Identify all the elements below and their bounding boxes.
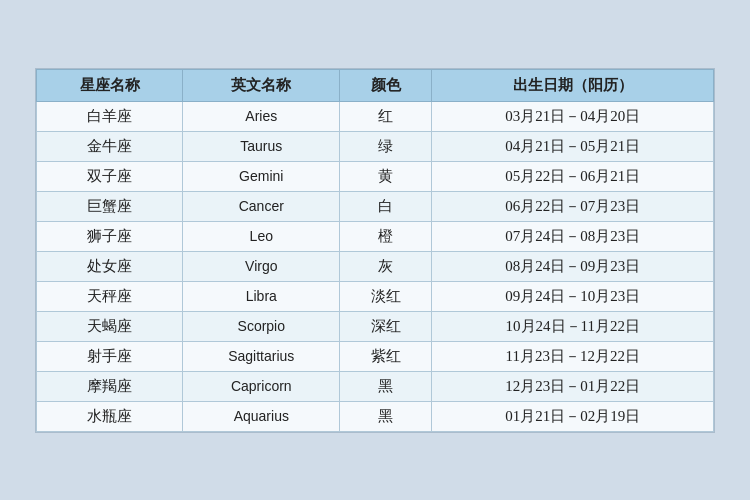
cell-english-name: Leo [183,221,340,251]
cell-dates: 11月23日－12月22日 [432,341,714,371]
table-header-row: 星座名称 英文名称 颜色 出生日期（阳历） [37,69,714,101]
cell-color: 淡红 [340,281,432,311]
cell-color: 黑 [340,401,432,431]
cell-color: 黑 [340,371,432,401]
cell-chinese-name: 狮子座 [37,221,183,251]
table-row: 射手座Sagittarius紫红11月23日－12月22日 [37,341,714,371]
cell-dates: 10月24日－11月22日 [432,311,714,341]
cell-english-name: Virgo [183,251,340,281]
cell-english-name: Capricorn [183,371,340,401]
cell-dates: 01月21日－02月19日 [432,401,714,431]
header-color: 颜色 [340,69,432,101]
table-row: 狮子座Leo橙07月24日－08月23日 [37,221,714,251]
cell-chinese-name: 射手座 [37,341,183,371]
cell-english-name: Cancer [183,191,340,221]
cell-dates: 07月24日－08月23日 [432,221,714,251]
table-row: 水瓶座Aquarius黑01月21日－02月19日 [37,401,714,431]
cell-color: 灰 [340,251,432,281]
cell-chinese-name: 巨蟹座 [37,191,183,221]
cell-chinese-name: 金牛座 [37,131,183,161]
cell-chinese-name: 天蝎座 [37,311,183,341]
table-row: 天蝎座Scorpio深红10月24日－11月22日 [37,311,714,341]
table-row: 白羊座Aries红03月21日－04月20日 [37,101,714,131]
header-english-name: 英文名称 [183,69,340,101]
cell-color: 黄 [340,161,432,191]
header-chinese-name: 星座名称 [37,69,183,101]
cell-english-name: Libra [183,281,340,311]
cell-english-name: Scorpio [183,311,340,341]
table-row: 天秤座Libra淡红09月24日－10月23日 [37,281,714,311]
table-row: 巨蟹座Cancer白06月22日－07月23日 [37,191,714,221]
cell-chinese-name: 白羊座 [37,101,183,131]
zodiac-table: 星座名称 英文名称 颜色 出生日期（阳历） 白羊座Aries红03月21日－04… [36,69,714,432]
cell-color: 白 [340,191,432,221]
header-dates: 出生日期（阳历） [432,69,714,101]
cell-chinese-name: 水瓶座 [37,401,183,431]
cell-color: 紫红 [340,341,432,371]
cell-color: 橙 [340,221,432,251]
cell-english-name: Aquarius [183,401,340,431]
cell-english-name: Taurus [183,131,340,161]
cell-english-name: Aries [183,101,340,131]
cell-dates: 05月22日－06月21日 [432,161,714,191]
cell-chinese-name: 天秤座 [37,281,183,311]
table-body: 白羊座Aries红03月21日－04月20日金牛座Taurus绿04月21日－0… [37,101,714,431]
cell-dates: 06月22日－07月23日 [432,191,714,221]
cell-color: 绿 [340,131,432,161]
table-row: 双子座Gemini黄05月22日－06月21日 [37,161,714,191]
cell-dates: 08月24日－09月23日 [432,251,714,281]
zodiac-table-container: 星座名称 英文名称 颜色 出生日期（阳历） 白羊座Aries红03月21日－04… [35,68,715,433]
table-row: 金牛座Taurus绿04月21日－05月21日 [37,131,714,161]
cell-english-name: Gemini [183,161,340,191]
cell-chinese-name: 摩羯座 [37,371,183,401]
cell-dates: 09月24日－10月23日 [432,281,714,311]
cell-dates: 03月21日－04月20日 [432,101,714,131]
cell-dates: 12月23日－01月22日 [432,371,714,401]
table-row: 处女座Virgo灰08月24日－09月23日 [37,251,714,281]
table-row: 摩羯座Capricorn黑12月23日－01月22日 [37,371,714,401]
cell-english-name: Sagittarius [183,341,340,371]
cell-color: 红 [340,101,432,131]
cell-chinese-name: 处女座 [37,251,183,281]
cell-dates: 04月21日－05月21日 [432,131,714,161]
cell-chinese-name: 双子座 [37,161,183,191]
cell-color: 深红 [340,311,432,341]
